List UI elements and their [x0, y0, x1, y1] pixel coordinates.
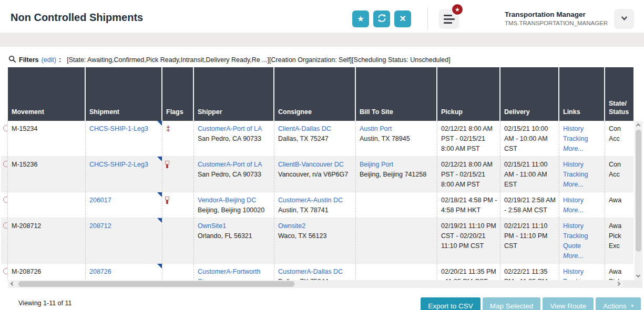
cell-state-status: ConAcc: [605, 121, 633, 156]
cell-delivery: 02/22/21 11:35 PM - 11:35 PM CST: [500, 264, 559, 280]
more-link[interactable]: More...: [563, 145, 584, 152]
history-link[interactable]: History: [563, 268, 584, 275]
note-triangle-icon[interactable]: [157, 192, 162, 197]
thermometer-flag-icon[interactable]: [166, 197, 168, 204]
shipments-table: MovementShipmentFlagsShipperConsigneeBil…: [1, 67, 633, 280]
history-link[interactable]: History: [563, 197, 584, 204]
cell-state-status: ConAcc: [605, 157, 633, 192]
tracking-link[interactable]: Tracking: [563, 135, 588, 142]
shipment-link[interactable]: 208712: [89, 222, 111, 230]
scroll-right-icon[interactable]: [616, 282, 620, 286]
shipper-link[interactable]: VendorA-Beijing DC: [198, 197, 256, 204]
more-link[interactable]: More...: [563, 206, 584, 214]
quote-link[interactable]: Quote: [563, 242, 581, 250]
history-link[interactable]: History: [563, 161, 584, 168]
consignee-link[interactable]: ClientB-Vancouver DC: [278, 161, 344, 168]
consignee-address: Dallas, TX 75247: [278, 134, 353, 144]
vertical-scrollbar-thumb[interactable]: [636, 130, 641, 252]
thermometer-flag-icon[interactable]: [166, 161, 168, 168]
app-window: Non Controlled Shipments ★ ×: [0, 0, 644, 310]
cell-movement: M-15236: [8, 157, 86, 192]
more-link[interactable]: More...: [563, 252, 584, 260]
notification-badge[interactable]: ★: [451, 3, 464, 16]
scroll-up-icon[interactable]: [636, 123, 640, 128]
shipment-link[interactable]: CHCS-SHIP-1-Leg3: [89, 125, 148, 132]
table-row[interactable]: M-208712208712OwnSite1Orlando, FL 56321O…: [1, 218, 633, 264]
scroll-left-icon[interactable]: [11, 282, 15, 286]
bill-to-link[interactable]: Austin Port: [360, 125, 392, 132]
shipment-link[interactable]: 206017: [89, 197, 111, 204]
filters-label: Filters: [19, 56, 39, 64]
consignee-link[interactable]: CustomerA-Dallas DC: [278, 268, 343, 275]
shipper-link[interactable]: OwnSite1: [198, 222, 226, 230]
shipper-link[interactable]: CustomerA-Port of LA: [198, 125, 262, 132]
refresh-button[interactable]: [373, 11, 390, 27]
more-link[interactable]: More...: [563, 181, 584, 188]
user-menu-button[interactable]: [614, 9, 634, 29]
column-header-shipment[interactable]: Shipment: [86, 67, 162, 121]
scroll-down-icon[interactable]: [636, 273, 640, 277]
horizontal-scrollbar[interactable]: [8, 280, 623, 288]
cell-links: HistoryTrackingMore...: [559, 121, 605, 156]
column-header-state-status[interactable]: State/ Status: [605, 67, 633, 121]
cell-consignee: ClientB-Vancouver DCVancouver, n/a V6P6G…: [274, 157, 356, 192]
cell-shipment: 208712: [86, 218, 162, 263]
note-triangle-icon[interactable]: [157, 157, 162, 161]
history-link[interactable]: History: [563, 125, 584, 132]
row-select-gutter[interactable]: [1, 157, 8, 192]
row-select-gutter[interactable]: [1, 121, 8, 156]
bill-to-link[interactable]: Beijing Port: [360, 161, 393, 168]
favorite-button[interactable]: ★: [352, 11, 369, 27]
column-header-delivery[interactable]: Delivery: [500, 67, 559, 121]
column-header-pickup[interactable]: Pickup: [437, 67, 500, 121]
table-header-row: MovementShipmentFlagsShipperConsigneeBil…: [1, 67, 633, 121]
row-radio-partial: [3, 197, 8, 203]
table-row[interactable]: M-15234CHCS-SHIP-1-Leg3‡CustomerA-Port o…: [1, 121, 633, 157]
table-row[interactable]: M-208726208726CustomerA-Fortworth StoreF…: [1, 264, 633, 280]
header-separator-band: [0, 33, 644, 47]
cell-flags: [162, 157, 194, 192]
cell-links: HistoryTrackingMore...: [559, 157, 605, 192]
tracking-link[interactable]: Tracking: [563, 171, 588, 178]
consignee-link[interactable]: ClientA-Dallas DC: [278, 125, 331, 132]
consignee-link[interactable]: CustomerA-Austin DC: [278, 197, 343, 204]
table-row[interactable]: M-15236CHCS-SHIP-2-Leg3CustomerA-Port of…: [1, 157, 633, 192]
column-header-movement[interactable]: Movement: [8, 67, 86, 121]
column-header-shipper[interactable]: Shipper: [194, 67, 274, 121]
column-header-flags[interactable]: Flags: [162, 67, 194, 121]
filters-summary: [State: Awaiting,Confirmed,Pick Ready,In…: [67, 56, 451, 64]
table-body: M-15234CHCS-SHIP-1-Leg3‡CustomerA-Port o…: [1, 121, 633, 280]
column-header-consignee[interactable]: Consignee: [274, 67, 356, 121]
shipment-link[interactable]: CHCS-SHIP-2-Leg3: [89, 161, 148, 168]
map-selected-button[interactable]: Map Selected: [483, 297, 541, 310]
note-triangle-icon[interactable]: [157, 264, 162, 268]
cell-pickup: 02/20/21 11:35 PM - 11:35 PM CST: [437, 264, 500, 280]
cell-consignee: ClientA-Dallas DCDallas, TX 75247: [274, 121, 356, 156]
column-header-bill-to-site[interactable]: Bill To Site: [356, 67, 437, 121]
row-select-gutter[interactable]: [1, 218, 8, 263]
consignee-link[interactable]: Ownsite2: [278, 222, 305, 230]
shipment-link[interactable]: 208726: [89, 268, 111, 275]
cell-state-status: AwaPick: [605, 264, 633, 280]
row-select-gutter[interactable]: [1, 264, 8, 280]
shipper-link[interactable]: CustomerA-Fortworth Store: [198, 268, 260, 280]
note-triangle-icon[interactable]: [157, 218, 162, 223]
note-triangle-icon[interactable]: [157, 121, 162, 126]
history-link[interactable]: History: [563, 222, 584, 230]
chevron-down-icon: [620, 14, 629, 24]
tracking-link[interactable]: Tracking: [563, 232, 588, 240]
table-row[interactable]: 206017VendorA-Beijing DCBeijing, Beijing…: [1, 192, 633, 218]
cell-shipment: 208726: [86, 264, 162, 280]
double-dagger-flag-icon[interactable]: ‡: [166, 125, 170, 133]
cell-consignee: CustomerA-Dallas DCDallas, TX 75244: [274, 264, 356, 280]
vertical-scrollbar[interactable]: [635, 121, 642, 280]
close-button[interactable]: ×: [394, 11, 411, 27]
column-header-links[interactable]: Links: [559, 67, 605, 121]
actions-dropdown-button[interactable]: Actions ▾: [596, 297, 641, 310]
row-select-gutter[interactable]: [1, 192, 8, 218]
view-route-button[interactable]: View Route: [543, 297, 594, 310]
shipper-link[interactable]: CustomerA-Port of LA: [198, 161, 262, 168]
export-to-csv-button[interactable]: Export to CSV: [421, 297, 481, 310]
filters-edit-link[interactable]: (edit): [42, 56, 56, 64]
horizontal-scrollbar-thumb[interactable]: [18, 281, 294, 287]
